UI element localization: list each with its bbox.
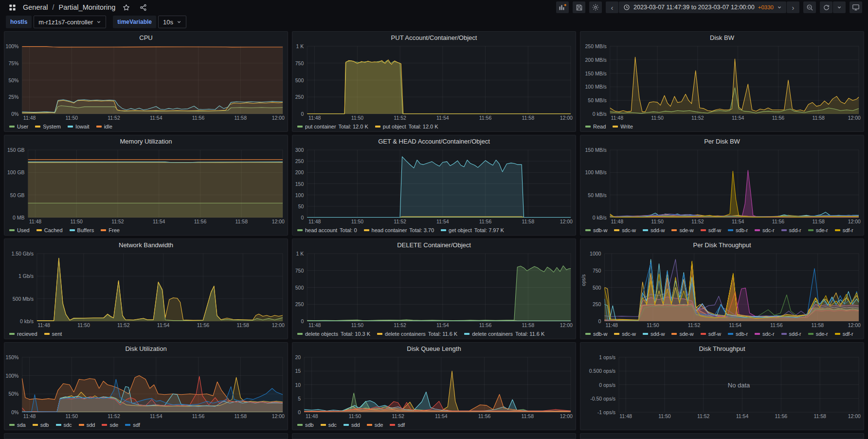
panel-header[interactable]: Network Bandwidth (4, 239, 288, 251)
legend-item[interactable]: sde (102, 422, 118, 428)
chart-canvas[interactable]: 100%75%50%25%0%11:4811:5011:5211:5411:56… (4, 43, 288, 122)
legend-item[interactable]: sde-r (808, 227, 828, 233)
legend-item[interactable]: get objectTotal: 7.97 K (441, 227, 504, 233)
legend-item[interactable]: sde-r (808, 331, 828, 337)
chart-canvas[interactable]: 250 MB/s200 MB/s150 MB/s100 MB/s50 MB/s0… (580, 43, 864, 122)
time-range-back-icon[interactable]: ‹ (606, 1, 618, 13)
legend-item[interactable]: head containerTotal: 3.70 (364, 227, 434, 233)
legend-item[interactable]: sdd-w (643, 331, 665, 337)
y-tick-label: 15 (295, 368, 301, 374)
dashboard-settings-icon[interactable] (589, 1, 602, 13)
chart-canvas[interactable]: 1 K750500250011:4811:5011:5211:5411:5611… (292, 251, 576, 329)
legend-item[interactable]: sdd (79, 422, 95, 428)
legend-item[interactable]: sdc-r (755, 227, 774, 233)
legend-item[interactable]: idle (96, 124, 112, 129)
legend-item[interactable]: sdf-w (701, 227, 721, 233)
legend-item[interactable]: sdc (321, 422, 337, 428)
legend-item[interactable]: sdd-w (643, 227, 665, 233)
legend-item[interactable]: put objectTotal: 12.0 K (375, 124, 438, 129)
zoom-out-icon[interactable] (803, 1, 816, 13)
panel-header[interactable]: PUT Account/Container/Object (292, 32, 576, 43)
legend-item[interactable]: sdc-w (614, 227, 636, 233)
share-icon[interactable] (137, 1, 149, 13)
legend-item[interactable]: Iowait (68, 124, 90, 129)
panel-header[interactable]: GET & HEAD Account/Container/Object (292, 135, 576, 147)
legend-item[interactable]: sdc-w (614, 331, 636, 337)
time-range-picker[interactable]: 2023-03-07 11:47:39 to 2023-03-07 12:00:… (619, 1, 786, 13)
legend-item[interactable]: delete containersTotal: 11.6 K (377, 331, 457, 337)
legend-item[interactable]: Read (585, 124, 606, 129)
legend-item[interactable]: Free (101, 227, 120, 233)
legend-item[interactable]: Cached (36, 227, 63, 233)
panel-header[interactable]: Disk Queue Length (292, 343, 576, 354)
chart-canvas[interactable]: 150 GB100 GB50 GB0 MB11:4811:5011:5211:5… (4, 147, 288, 225)
panel-header[interactable]: DELETE Container/Object (292, 239, 576, 251)
legend-item[interactable]: sdd (344, 422, 360, 428)
legend-item[interactable]: sdc (56, 422, 72, 428)
chart-canvas[interactable]: 30025020015010050011:4811:5011:5211:5411… (292, 147, 576, 225)
y-tick-label: 0 (301, 215, 304, 220)
legend-item[interactable]: head accountTotal: 0 (297, 227, 357, 233)
legend-swatch-icon (781, 333, 787, 335)
legend-item[interactable]: sdf-w (701, 331, 721, 337)
variable-value-dropdown[interactable]: 10s (158, 16, 186, 28)
panel-header[interactable]: Memory Utilization (4, 135, 288, 147)
add-panel-icon[interactable] (556, 1, 569, 13)
legend-item[interactable]: System (35, 124, 61, 129)
legend-item[interactable]: sdb-r (728, 227, 748, 233)
dashboards-grid-icon[interactable] (6, 1, 18, 13)
star-icon[interactable] (120, 1, 132, 13)
legend-item[interactable]: sdb-r (728, 331, 748, 337)
legend-item[interactable]: sdf-r (835, 331, 853, 337)
legend-item[interactable]: sdd-r (781, 331, 801, 337)
panel-header[interactable]: Disk Utilization (4, 343, 288, 354)
time-range-forward-icon[interactable]: › (787, 1, 799, 13)
legend-item[interactable]: sdb-w (585, 227, 607, 233)
legend-item[interactable]: sdf-r (835, 227, 853, 233)
chart-canvas[interactable]: 1.50 Gb/s1 Gb/s500 Mb/s0 kb/s11:4811:501… (4, 251, 288, 329)
x-tick-label: 12:00 (848, 322, 861, 328)
legend-item[interactable]: sdd-r (781, 227, 801, 233)
legend-item[interactable]: recieved (9, 331, 37, 337)
legend-item[interactable]: Used (9, 227, 30, 233)
y-tick-label: 500 (593, 285, 601, 291)
legend-item[interactable]: sent (44, 331, 62, 337)
chart-canvas[interactable]: 2015105011:4811:5011:5211:5411:5611:5812… (292, 354, 576, 420)
chart-canvas[interactable]: 150 MB/s100 MB/s50 MB/s0 kB/s11:4811:501… (580, 147, 864, 225)
breadcrumb-folder[interactable]: General (23, 3, 48, 11)
legend-item[interactable]: sde (367, 422, 383, 428)
refresh-interval-chevron-icon[interactable] (833, 1, 846, 13)
legend-item[interactable]: sde-w (671, 227, 693, 233)
refresh-icon[interactable] (820, 1, 832, 13)
panel-header[interactable]: Per Disk Throughput (580, 239, 864, 251)
chart-canvas[interactable]: 1 K750500250011:4811:5011:5211:5411:5611… (292, 43, 576, 122)
panel-header[interactable]: Disk Throughput (580, 343, 864, 354)
panel-header[interactable]: CPU (4, 32, 288, 43)
legend-item[interactable]: delete containersTotal: 11.6 K (464, 331, 544, 337)
x-tick-label: 12:00 (560, 322, 573, 328)
legend-item[interactable]: Buffers (70, 227, 94, 233)
legend-item[interactable]: sdf (390, 422, 405, 428)
chart-canvas[interactable]: 150%100%50%0%11:4811:5011:5211:5411:5611… (4, 354, 288, 420)
legend-item[interactable]: sde-w (671, 331, 693, 337)
breadcrumb-dashboard[interactable]: Partial_Monitoring (58, 3, 115, 11)
legend-item[interactable]: Write (613, 124, 633, 129)
variable-value-dropdown[interactable]: m-r1z1s7-controller (34, 16, 106, 28)
panel-header[interactable]: Disk BW (580, 32, 864, 43)
legend-label: put object (383, 124, 406, 129)
legend-item[interactable]: sdf (125, 422, 140, 428)
legend-item[interactable]: sdb (33, 422, 49, 428)
save-dashboard-icon[interactable] (573, 1, 585, 13)
legend-item[interactable]: delete objectsTotal: 10.3 K (297, 331, 370, 337)
legend-item[interactable]: sdb (297, 422, 314, 428)
legend-item[interactable]: User (9, 124, 28, 129)
legend-item[interactable]: sdc-r (755, 331, 774, 337)
panel-header[interactable]: Per Disk BW (580, 135, 864, 147)
chart-canvas[interactable]: 1 ops/s0.500 ops/s0 ops/s-0.50 ops/s-1 o… (580, 354, 864, 420)
cycle-view-mode-icon[interactable] (850, 1, 862, 13)
legend-item[interactable]: sdb-w (585, 331, 607, 337)
legend-item[interactable]: put containerTotal: 12.0 K (297, 124, 368, 129)
chart-canvas[interactable]: 1000750500250011:4811:5011:5211:5411:561… (580, 251, 864, 329)
y-tick-label: 1 Gb/s (18, 273, 34, 279)
legend-item[interactable]: sda (9, 422, 26, 428)
